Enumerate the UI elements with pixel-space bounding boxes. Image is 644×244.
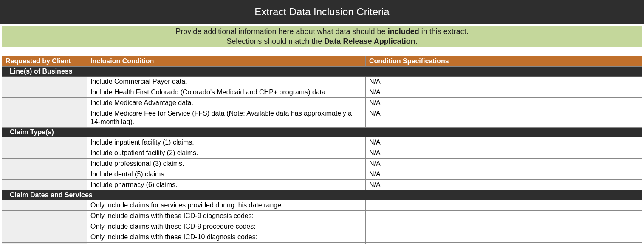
table-row: Include Medicare Advantage data.N/A <box>2 98 642 108</box>
table-row: Include outpatient facility (2) claims.N… <box>2 148 642 159</box>
table-row: Include dental (5) claims.N/A <box>2 169 642 180</box>
cell-spec[interactable]: N/A <box>366 159 642 169</box>
section-label: Line(s) of Business <box>2 67 642 77</box>
cell-requested[interactable] <box>2 108 87 128</box>
cell-condition: Include Commercial Payer data. <box>87 77 366 87</box>
instruction-text: Provide additional information here abou… <box>175 27 387 36</box>
cell-spec[interactable]: N/A <box>366 137 642 148</box>
cell-requested[interactable] <box>2 200 87 211</box>
cell-spec[interactable]: N/A <box>366 148 642 159</box>
cell-condition: Include Medicare Fee for Service (FFS) d… <box>87 108 366 128</box>
cell-spec[interactable]: N/A <box>366 108 642 128</box>
table-row: Include Health First Colorado (Colorado'… <box>2 87 642 98</box>
instruction-line-2: Selections should match the Data Release… <box>2 37 642 46</box>
table-row: Only include claims with these ICD-9 pro… <box>2 221 642 232</box>
cell-requested[interactable] <box>2 77 87 87</box>
cell-condition: Include outpatient facility (2) claims. <box>87 148 366 159</box>
cell-condition: Only include claims with these ICD-9 pro… <box>87 221 366 232</box>
cell-requested[interactable] <box>2 211 87 221</box>
section-header: Claim Dates and Services <box>2 190 642 200</box>
cell-condition: Only include claims with these ICD-10 di… <box>87 232 366 243</box>
cell-requested[interactable] <box>2 159 87 169</box>
cell-requested[interactable] <box>2 87 87 98</box>
cell-spec[interactable]: N/A <box>366 98 642 108</box>
cell-spec[interactable] <box>366 232 642 243</box>
cell-spec[interactable]: N/A <box>366 180 642 190</box>
table-row: Include pharmacy (6) claims.N/A <box>2 180 642 190</box>
cell-spec[interactable] <box>366 221 642 232</box>
table-row: Only include claims for services provide… <box>2 200 642 211</box>
instruction-bold: Data Release Application <box>324 37 415 45</box>
instruction-text: in this extract. <box>419 27 469 36</box>
table-row: Include Medicare Fee for Service (FFS) d… <box>2 108 642 128</box>
page-title: Extract Data Inclusion Criteria <box>0 0 644 24</box>
table-row: Only include claims with these ICD-10 di… <box>2 232 642 243</box>
table-row: Include inpatient facility (1) claims.N/… <box>2 137 642 148</box>
cell-requested[interactable] <box>2 221 87 232</box>
cell-condition: Include Medicare Advantage data. <box>87 98 366 108</box>
table-row: Include Commercial Payer data.N/A <box>2 77 642 87</box>
instruction-text: Selections should match the <box>226 37 324 45</box>
table-row: Include professional (3) claims.N/A <box>2 159 642 169</box>
cell-condition: Include pharmacy (6) claims. <box>87 180 366 190</box>
cell-spec[interactable] <box>366 211 642 221</box>
table-row: Only include claims with these ICD-9 dia… <box>2 211 642 221</box>
section-header: Line(s) of Business <box>2 67 642 77</box>
cell-requested[interactable] <box>2 180 87 190</box>
cell-spec[interactable] <box>366 243 642 244</box>
cell-condition: Only include claims with these ICD-10 pr… <box>87 243 366 244</box>
cell-requested[interactable] <box>2 169 87 180</box>
instruction-banner: Provide additional information here abou… <box>2 26 642 47</box>
cell-spec[interactable]: N/A <box>366 169 642 180</box>
instruction-bold: included <box>388 27 419 36</box>
cell-requested[interactable] <box>2 148 87 159</box>
section-header: Claim Type(s) <box>2 128 642 137</box>
cell-condition: Only include claims with these ICD-9 dia… <box>87 211 366 221</box>
table-row: Only include claims with these ICD-10 pr… <box>2 243 642 244</box>
cell-condition: Include Health First Colorado (Colorado'… <box>87 87 366 98</box>
criteria-table: Requested by Client Inclusion Condition … <box>2 56 642 244</box>
section-label: Claim Dates and Services <box>2 190 642 200</box>
spacer <box>0 47 644 56</box>
cell-spec[interactable] <box>366 200 642 211</box>
cell-condition: Only include claims for services provide… <box>87 200 366 211</box>
cell-condition: Include inpatient facility (1) claims. <box>87 137 366 148</box>
cell-spec[interactable]: N/A <box>366 77 642 87</box>
instruction-line-1: Provide additional information here abou… <box>2 27 642 37</box>
cell-condition: Include professional (3) claims. <box>87 159 366 169</box>
cell-requested[interactable] <box>2 243 87 244</box>
cell-requested[interactable] <box>2 98 87 108</box>
col-header-spec: Condition Specifications <box>366 56 642 67</box>
section-label: Claim Type(s) <box>2 128 642 137</box>
col-header-condition: Inclusion Condition <box>87 56 366 67</box>
cell-spec[interactable]: N/A <box>366 87 642 98</box>
cell-requested[interactable] <box>2 137 87 148</box>
cell-condition: Include dental (5) claims. <box>87 169 366 180</box>
instruction-text: . <box>415 37 418 45</box>
col-header-requested: Requested by Client <box>2 56 87 67</box>
cell-requested[interactable] <box>2 232 87 243</box>
table-header-row: Requested by Client Inclusion Condition … <box>2 56 642 67</box>
